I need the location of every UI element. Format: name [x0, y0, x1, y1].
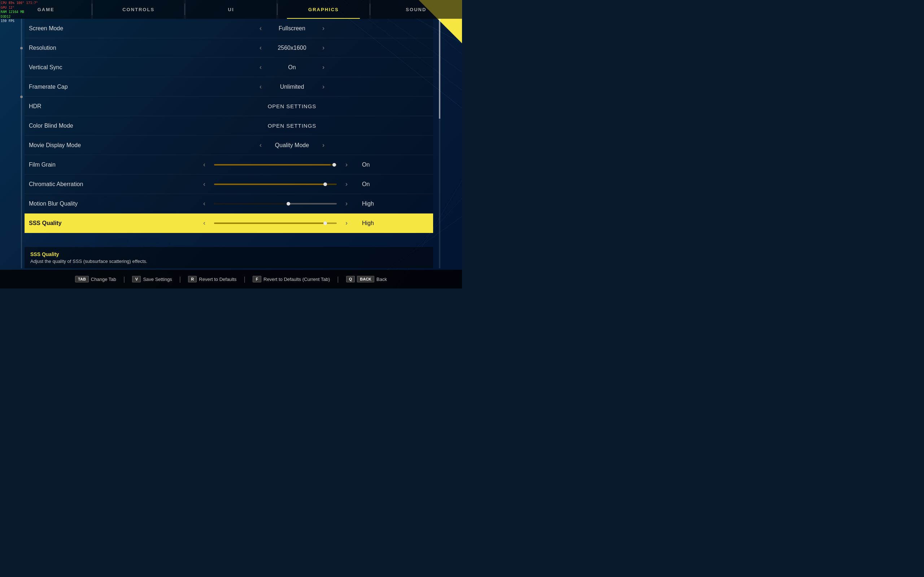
setting-control-chromatic-aberration: ‹ › On: [155, 179, 429, 189]
key-save-label: Save Settings: [143, 277, 172, 282]
arrow-left-screen-mode[interactable]: ‹: [257, 23, 265, 34]
slider-fill-motion-blur-quality: [214, 203, 288, 205]
setting-row-resolution: Resolution ‹ 2560x1600 ›: [24, 38, 433, 58]
cpu-label: CPU: [1, 1, 6, 5]
separator-2: |: [179, 276, 181, 283]
tab-graphics[interactable]: GRAPHICS: [278, 0, 369, 19]
setting-label-movie-display-mode: Movie Display Mode: [29, 142, 155, 148]
setting-value-vertical-sync: On: [270, 64, 313, 71]
key-back-label: Back: [376, 277, 387, 282]
slider-film-grain[interactable]: [214, 164, 337, 166]
arrow-right-film-grain[interactable]: ›: [342, 160, 351, 170]
setting-value-chromatic-aberration: On: [362, 181, 384, 187]
slider-fill-film-grain: [214, 164, 331, 166]
setting-value-film-grain: On: [362, 161, 384, 168]
setting-row-motion-blur-quality: Motion Blur Quality ‹ › High: [24, 194, 433, 213]
arrow-left-chromatic-aberration[interactable]: ‹: [200, 179, 208, 189]
slider-thumb-sss-quality: [323, 221, 327, 225]
setting-label-color-blind-mode: Color Blind Mode: [29, 122, 155, 129]
scrollbar-thumb[interactable]: [439, 19, 440, 119]
key-back-q: Q: [346, 276, 355, 282]
setting-control-color-blind-mode: OPEN SETTINGS: [155, 122, 429, 129]
tooltip-description: Adjust the quality of SSS (subsurface sc…: [30, 259, 427, 264]
bottom-key-save: V Save Settings: [132, 276, 172, 282]
open-settings-hdr[interactable]: OPEN SETTINGS: [268, 103, 317, 109]
vram-label: D3D12: [1, 15, 10, 18]
tooltip-title: SSS Quality: [30, 251, 427, 257]
setting-label-vertical-sync: Vertical Sync: [29, 64, 155, 71]
nav-tabs: GAME CONTROLS UI GRAPHICS SOUND: [0, 0, 462, 19]
arrow-left-motion-blur-quality[interactable]: ‹: [200, 198, 208, 209]
separator-4: |: [337, 276, 339, 283]
arrow-left-sss-quality[interactable]: ‹: [200, 218, 208, 228]
arrow-left-film-grain[interactable]: ‹: [200, 160, 208, 170]
slider-sss-quality[interactable]: [214, 222, 337, 224]
setting-row-color-blind-mode: Color Blind Mode OPEN SETTINGS: [24, 116, 433, 135]
setting-label-motion-blur-quality: Motion Blur Quality: [29, 200, 155, 207]
separator-3: |: [244, 276, 246, 283]
arrow-right-resolution[interactable]: ›: [320, 43, 327, 53]
ram-label: RAM: [1, 10, 6, 14]
slider-chromatic-aberration[interactable]: [214, 184, 337, 185]
setting-label-film-grain: Film Grain: [29, 161, 155, 168]
setting-control-screen-mode: ‹ Fullscreen ›: [155, 23, 429, 34]
setting-row-sss-quality[interactable]: SSS Quality ‹ › High: [24, 213, 433, 233]
arrow-left-framerate-cap[interactable]: ‹: [257, 82, 265, 92]
key-tab-label: Change Tab: [91, 277, 116, 282]
scrollbar[interactable]: [439, 19, 440, 268]
fps-value: 159: [1, 19, 6, 23]
setting-row-film-grain: Film Grain ‹ › On: [24, 155, 433, 174]
cpu-value: 85%: [9, 1, 15, 5]
settings-list: Screen Mode ‹ Fullscreen › Resolution ‹ …: [24, 19, 433, 233]
key-revert-box: R: [188, 276, 197, 282]
setting-value-movie-display-mode: Quality Mode: [270, 142, 313, 148]
setting-label-sss-quality: SSS Quality: [29, 220, 155, 226]
arrow-right-chromatic-aberration[interactable]: ›: [342, 179, 351, 189]
setting-value-sss-quality: High: [362, 220, 384, 226]
fps-unit: FPS: [9, 19, 15, 23]
key-revert-tab-box: F: [253, 276, 261, 282]
setting-row-screen-mode: Screen Mode ‹ Fullscreen ›: [24, 19, 433, 38]
ram-unit: MB: [20, 10, 24, 14]
arrow-right-framerate-cap[interactable]: ›: [320, 82, 327, 92]
slider-motion-blur-quality[interactable]: [214, 203, 337, 205]
bottom-key-back: Q BACK Back: [346, 276, 387, 282]
arrow-left-movie-display-mode[interactable]: ‹: [257, 140, 265, 150]
tab-ui[interactable]: UI: [185, 0, 277, 19]
arrow-left-resolution[interactable]: ‹: [257, 43, 265, 53]
setting-control-framerate-cap: ‹ Unlimited ›: [155, 82, 429, 92]
setting-value-screen-mode: Fullscreen: [270, 25, 313, 32]
arrow-right-sss-quality[interactable]: ›: [342, 218, 351, 228]
gpu-value: 12°: [9, 6, 15, 10]
setting-control-motion-blur-quality: ‹ › High: [155, 198, 429, 209]
setting-value-motion-blur-quality: High: [362, 200, 384, 207]
arrow-right-movie-display-mode[interactable]: ›: [320, 140, 327, 150]
arrow-right-screen-mode[interactable]: ›: [320, 23, 327, 34]
slider-fill-chromatic-aberration: [214, 184, 325, 185]
setting-row-hdr: HDR OPEN SETTINGS: [24, 97, 433, 116]
setting-control-sss-quality: ‹ › High: [155, 218, 429, 228]
key-revert-label: Revert to Defaults: [199, 277, 236, 282]
settings-container: Screen Mode ‹ Fullscreen › Resolution ‹ …: [24, 19, 433, 268]
arrow-left-vertical-sync[interactable]: ‹: [257, 62, 265, 73]
setting-row-vertical-sync: Vertical Sync ‹ On ›: [24, 58, 433, 77]
left-dot-1: [20, 47, 23, 49]
setting-row-framerate-cap: Framerate Cap ‹ Unlimited ›: [24, 77, 433, 97]
tab-sound[interactable]: SOUND: [370, 0, 462, 19]
cpu-extra: 100° 171:7°: [16, 1, 38, 5]
setting-label-framerate-cap: Framerate Cap: [29, 84, 155, 90]
slider-thumb-motion-blur-quality: [287, 202, 290, 206]
tooltip-area: SSS Quality Adjust the quality of SSS (s…: [24, 247, 433, 268]
tab-controls[interactable]: CONTROLS: [92, 0, 184, 19]
setting-control-film-grain: ‹ › On: [155, 160, 429, 170]
bottom-key-revert-tab: F Revert to Defaults (Current Tab): [253, 276, 330, 282]
key-tab-box: TAB: [75, 276, 89, 282]
setting-control-vertical-sync: ‹ On ›: [155, 62, 429, 73]
arrow-right-vertical-sync[interactable]: ›: [320, 62, 327, 73]
arrow-right-motion-blur-quality[interactable]: ›: [342, 198, 351, 209]
bottom-key-tab: TAB Change Tab: [75, 276, 116, 282]
open-settings-color-blind[interactable]: OPEN SETTINGS: [268, 122, 317, 129]
setting-row-chromatic-aberration: Chromatic Aberration ‹ › On: [24, 174, 433, 194]
key-revert-tab-label: Revert to Defaults (Current Tab): [263, 277, 330, 282]
setting-value-framerate-cap: Unlimited: [270, 84, 313, 90]
